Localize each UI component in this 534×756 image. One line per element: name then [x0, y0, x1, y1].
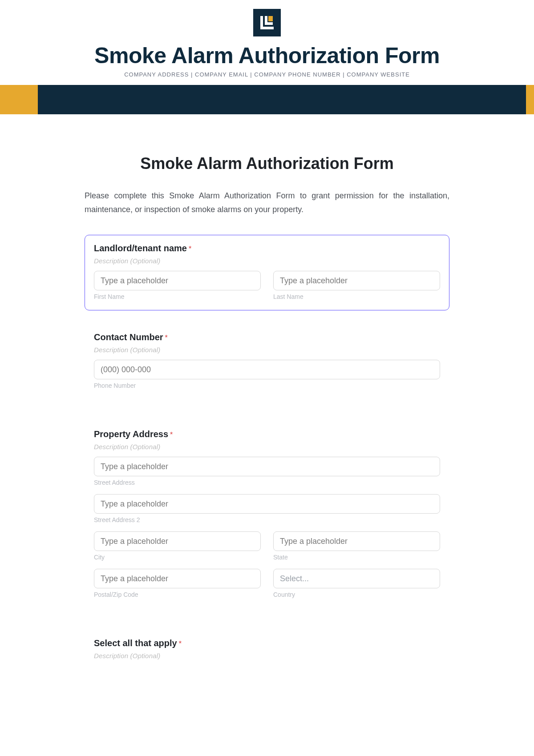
phone-sublabel: Phone Number — [94, 382, 440, 389]
contact-desc[interactable]: Description (Optional) — [94, 346, 440, 354]
country-sublabel: Country — [273, 591, 440, 598]
country-select-placeholder: Select... — [280, 574, 309, 583]
logo-icon — [253, 9, 281, 36]
name-desc[interactable]: Description (Optional) — [94, 257, 440, 265]
street2-input[interactable] — [94, 494, 440, 514]
section-contact: Contact Number* Description (Optional) P… — [85, 324, 449, 407]
name-label: Landlord/tenant name — [94, 243, 187, 253]
country-select[interactable]: Select... — [273, 569, 440, 588]
header-title: Smoke Alarm Authorization Form — [0, 43, 534, 68]
section-select-apply: Select all that apply* Description (Opti… — [85, 630, 449, 676]
city-sublabel: City — [94, 554, 261, 561]
last-name-input[interactable] — [273, 271, 440, 290]
street-input[interactable] — [94, 457, 440, 476]
header-subtitle: COMPANY ADDRESS | COMPANY EMAIL | COMPAN… — [0, 71, 534, 78]
city-input[interactable] — [94, 531, 261, 551]
required-mark: * — [189, 245, 191, 253]
state-sublabel: State — [273, 554, 440, 561]
contact-label: Contact Number — [94, 332, 163, 342]
form-intro: Please complete this Smoke Alarm Authori… — [85, 189, 449, 216]
page-header: Smoke Alarm Authorization Form COMPANY A… — [0, 0, 534, 78]
svg-rect-3 — [265, 22, 273, 25]
address-label: Property Address — [94, 429, 168, 439]
color-banner — [0, 85, 534, 114]
required-mark: * — [165, 334, 168, 342]
first-name-sublabel: First Name — [94, 293, 261, 300]
select-apply-desc[interactable]: Description (Optional) — [94, 652, 440, 659]
address-desc[interactable]: Description (Optional) — [94, 443, 440, 450]
section-name: Landlord/tenant name* Description (Optio… — [85, 235, 449, 310]
first-name-input[interactable] — [94, 271, 261, 290]
required-mark: * — [170, 431, 173, 438]
postal-input[interactable] — [94, 569, 261, 588]
last-name-sublabel: Last Name — [273, 293, 440, 300]
form-title: Smoke Alarm Authorization Form — [85, 154, 449, 173]
postal-sublabel: Postal/Zip Code — [94, 591, 261, 598]
svg-rect-1 — [260, 27, 274, 29]
street2-sublabel: Street Address 2 — [94, 516, 440, 523]
svg-rect-4 — [268, 16, 273, 21]
form-content: Smoke Alarm Authorization Form Please co… — [85, 114, 449, 676]
required-mark: * — [179, 640, 182, 647]
section-address: Property Address* Description (Optional)… — [85, 421, 449, 616]
phone-input[interactable] — [94, 360, 440, 379]
select-apply-label: Select all that apply — [94, 638, 177, 648]
state-input[interactable] — [273, 531, 440, 551]
street-sublabel: Street Address — [94, 479, 440, 486]
